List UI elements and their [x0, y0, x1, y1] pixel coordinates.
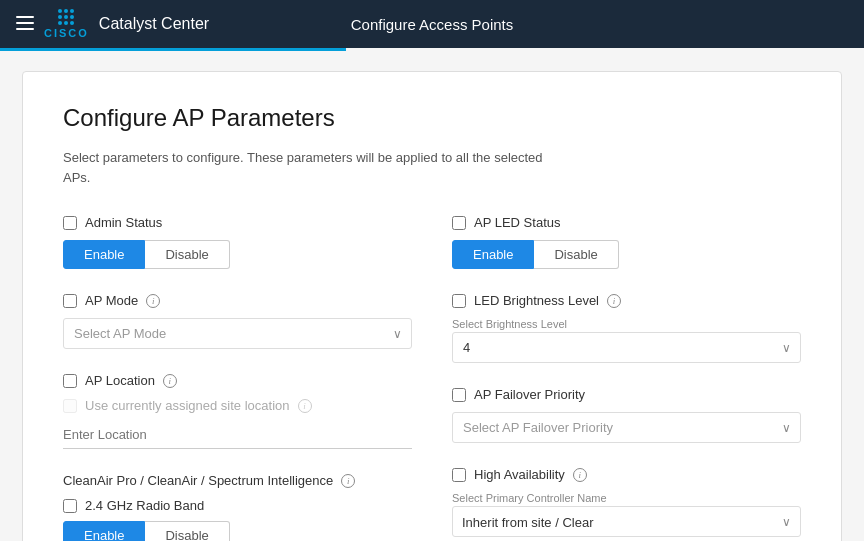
high-availability-info-icon[interactable]: i [573, 468, 587, 482]
led-brightness-select-wrapper: 4 ∨ [452, 332, 801, 363]
ap-led-row: AP LED Status [452, 215, 801, 230]
ap-led-disable-btn[interactable]: Disable [534, 240, 618, 269]
nav-brand: Catalyst Center [99, 15, 209, 33]
ap-location-info-icon[interactable]: i [163, 374, 177, 388]
ap-location-label: AP Location [85, 373, 155, 388]
hamburger-icon[interactable] [16, 14, 34, 35]
admin-status-row: Admin Status [63, 215, 412, 230]
cleanair-band-label: 2.4 GHz Radio Band [85, 498, 204, 513]
led-brightness-dropdown-label: Select Brightness Level [452, 318, 801, 330]
admin-status-label: Admin Status [85, 215, 162, 230]
admin-status-section: Admin Status Enable Disable [63, 215, 412, 269]
nav-page-title: Configure Access Points [351, 16, 514, 33]
cleanair-label: CleanAir Pro / CleanAir / Spectrum Intel… [63, 473, 333, 488]
ap-mode-section: AP Mode i Select AP Mode ∨ [63, 293, 412, 349]
svg-rect-1 [16, 22, 34, 24]
cleanair-band-row: 2.4 GHz Radio Band [63, 498, 412, 513]
use-site-location-label: Use currently assigned site location [85, 398, 290, 413]
admin-status-enable-btn[interactable]: Enable [63, 240, 145, 269]
top-navigation: CISCO Catalyst Center Configure Access P… [0, 0, 864, 48]
ap-failover-dropdown-container: Select AP Failover Priority ∨ [452, 412, 801, 443]
primary-controller-container: Select Primary Controller Name Inherit f… [452, 492, 801, 537]
ap-led-enable-btn[interactable]: Enable [452, 240, 534, 269]
cleanair-disable-btn[interactable]: Disable [145, 521, 229, 541]
high-availability-label: High Availability [474, 467, 565, 482]
admin-status-checkbox[interactable] [63, 216, 77, 230]
cleanair-toggle: Enable Disable [63, 521, 412, 541]
ap-mode-dropdown[interactable]: Select AP Mode [63, 318, 412, 349]
ap-mode-checkbox[interactable] [63, 294, 77, 308]
led-brightness-info-icon[interactable]: i [607, 294, 621, 308]
cleanair-enable-btn[interactable]: Enable [63, 521, 145, 541]
led-brightness-section: LED Brightness Level i Select Brightness… [452, 293, 801, 363]
ap-location-checkbox[interactable] [63, 374, 77, 388]
main-content: Configure AP Parameters Select parameter… [22, 71, 842, 541]
led-brightness-dropdown-container: Select Brightness Level 4 ∨ [452, 318, 801, 363]
primary-controller-dropdown[interactable] [452, 506, 801, 537]
high-availability-row: High Availability i [452, 467, 801, 482]
page-title: Configure AP Parameters [63, 104, 801, 132]
ap-failover-dropdown[interactable]: Select AP Failover Priority [452, 412, 801, 443]
admin-status-toggle: Enable Disable [63, 240, 412, 269]
led-brightness-row: LED Brightness Level i [452, 293, 801, 308]
ap-location-section: AP Location i Use currently assigned sit… [63, 373, 412, 449]
primary-controller-select-wrapper: Inherit from site / Clear ∨ [452, 506, 801, 537]
cleanair-info-icon[interactable]: i [341, 474, 355, 488]
use-site-location-checkbox[interactable] [63, 399, 77, 413]
nav-border [0, 48, 864, 51]
ap-location-sub-row: Use currently assigned site location i [63, 398, 412, 413]
location-input-wrapper [63, 421, 412, 449]
high-availability-section: High Availability i Select Primary Contr… [452, 467, 801, 541]
ap-failover-row: AP Failover Priority [452, 387, 801, 402]
site-location-info-icon[interactable]: i [298, 399, 312, 413]
ap-failover-label: AP Failover Priority [474, 387, 585, 402]
led-brightness-checkbox[interactable] [452, 294, 466, 308]
left-column: Admin Status Enable Disable AP Mode i Se… [63, 215, 412, 541]
ap-led-toggle: Enable Disable [452, 240, 801, 269]
ap-mode-info-icon[interactable]: i [146, 294, 160, 308]
ap-location-row: AP Location i [63, 373, 412, 388]
cisco-logo: CISCO [44, 9, 89, 39]
location-text-input[interactable] [63, 421, 412, 449]
ap-failover-section: AP Failover Priority Select AP Failover … [452, 387, 801, 443]
cleanair-row: CleanAir Pro / CleanAir / Spectrum Intel… [63, 473, 412, 488]
ap-led-checkbox[interactable] [452, 216, 466, 230]
primary-controller-label: Select Primary Controller Name [452, 492, 801, 504]
svg-rect-2 [16, 28, 34, 30]
cleanair-band-checkbox[interactable] [63, 499, 77, 513]
page-description: Select parameters to configure. These pa… [63, 148, 543, 187]
admin-status-disable-btn[interactable]: Disable [145, 240, 229, 269]
cisco-logo-text: CISCO [44, 27, 89, 39]
cleanair-section: CleanAir Pro / CleanAir / Spectrum Intel… [63, 473, 412, 541]
svg-rect-0 [16, 16, 34, 18]
ap-led-label: AP LED Status [474, 215, 560, 230]
ap-mode-dropdown-container: Select AP Mode ∨ [63, 318, 412, 349]
ap-mode-row: AP Mode i [63, 293, 412, 308]
led-brightness-label: LED Brightness Level [474, 293, 599, 308]
params-grid: Admin Status Enable Disable AP Mode i Se… [63, 215, 801, 541]
high-availability-checkbox[interactable] [452, 468, 466, 482]
ap-mode-label: AP Mode [85, 293, 138, 308]
right-column: AP LED Status Enable Disable LED Brightn… [452, 215, 801, 541]
ap-led-section: AP LED Status Enable Disable [452, 215, 801, 269]
led-brightness-dropdown[interactable]: 4 [452, 332, 801, 363]
ap-failover-checkbox[interactable] [452, 388, 466, 402]
